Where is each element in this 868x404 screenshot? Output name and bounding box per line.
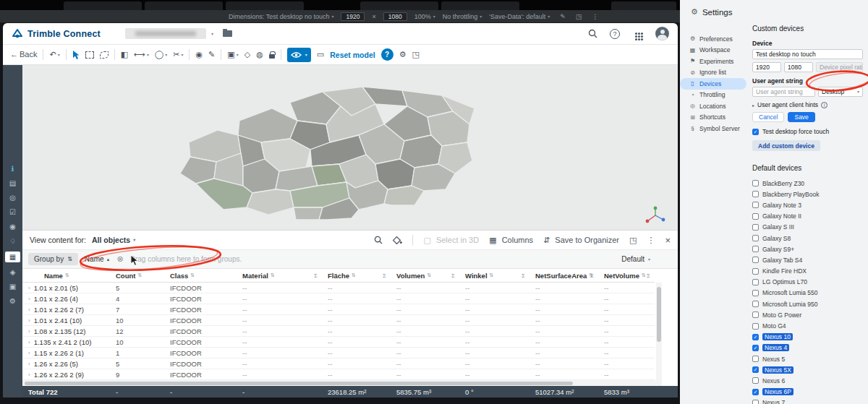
markup-icon[interactable]: ✎: [208, 51, 215, 59]
zoom-select[interactable]: 100% ▾: [414, 13, 435, 20]
lasso-select-icon[interactable]: [100, 51, 109, 59]
paint-bucket-icon[interactable]: [393, 236, 402, 244]
device-checkbox[interactable]: [752, 235, 759, 241]
save-data-select[interactable]: 'Save-Data': default ▾: [489, 13, 550, 20]
preset-select[interactable]: Default ▾: [621, 255, 650, 263]
column-header-winkel[interactable]: Winkel⇅Σ: [459, 272, 529, 280]
device-row-galaxy-s8[interactable]: Galaxy S8: [752, 233, 863, 244]
table-row[interactable]: ›1.08 x 2.135 (12)12IFCDOOR------------: [22, 326, 655, 337]
avatar[interactable]: [655, 27, 669, 40]
settings-nav-workspace[interactable]: ▦Workspace: [680, 45, 746, 56]
project-selector[interactable]: ▾: [125, 28, 232, 39]
todo-icon[interactable]: ☑: [6, 208, 20, 217]
axis-gizmo[interactable]: [643, 205, 668, 225]
remove-sort-icon[interactable]: ⊗: [116, 254, 123, 264]
save-to-organizer-button[interactable]: ⇵ Save to Organizer: [543, 236, 619, 244]
device-row-nexus-6[interactable]: Nexus 6: [752, 375, 863, 386]
browser-tab[interactable]: [226, 1, 304, 10]
column-header-count[interactable]: Count⇅: [110, 272, 164, 280]
table-row[interactable]: ›1.01 x 2.26 2 (7)7IFCDOOR------------: [22, 304, 655, 315]
device-checkbox[interactable]: [752, 311, 759, 318]
device-checkbox[interactable]: [752, 279, 759, 285]
layers-icon[interactable]: ▤: [6, 179, 20, 188]
settings-nav-shortcuts[interactable]: ⊞Shortcuts: [680, 112, 746, 124]
vertical-scrollbar-thumb[interactable]: [657, 287, 661, 342]
vertical-scrollbar[interactable]: [656, 283, 662, 380]
device-checkbox[interactable]: ✓: [752, 334, 759, 340]
shapes-tool[interactable]: ◯ ▾: [155, 51, 167, 59]
table-row[interactable]: ›1.135 x 2.41 2 (10)10IFCDOOR-----------…: [22, 337, 655, 348]
device-dimensions-select[interactable]: Dimensions: Test desktop no touch ▾: [229, 13, 333, 20]
3d-model[interactable]: [145, 66, 507, 229]
info-icon[interactable]: i: [821, 102, 827, 108]
visibility-button[interactable]: ▾: [287, 48, 311, 62]
browser-tab[interactable]: [360, 1, 438, 10]
settings-nav-preferences[interactable]: ⚙Preferences: [680, 33, 746, 45]
device-row-microsoft-lumia-550[interactable]: Microsoft Lumia 550: [752, 288, 863, 298]
browser-tab[interactable]: [145, 1, 223, 10]
device-row-nexus-10[interactable]: ✓Nexus 10: [752, 332, 863, 343]
clip-plane-icon[interactable]: ◧: [121, 51, 128, 59]
models-icon[interactable]: ▣: [6, 283, 20, 291]
3d-viewport[interactable]: [22, 65, 678, 230]
column-header-name[interactable]: Name⇅: [22, 272, 110, 280]
device-checkbox[interactable]: [752, 224, 759, 231]
device-checkbox[interactable]: [752, 180, 759, 186]
device-row-galaxy-note-ii[interactable]: Galaxy Note II: [752, 211, 863, 222]
column-header-volumen[interactable]: Volumen⇅Σ: [391, 272, 459, 280]
app-grid-icon[interactable]: [635, 33, 637, 35]
link-icon[interactable]: ◎: [6, 194, 20, 202]
device-row-galaxy-s-iii[interactable]: Galaxy S III: [752, 222, 863, 233]
device-row-nexus-4[interactable]: ✓Nexus 4: [752, 343, 863, 353]
sort-icon[interactable]: ⇅: [190, 272, 195, 278]
explode-tool[interactable]: ▣ ▾: [227, 51, 238, 59]
device-checkbox[interactable]: [752, 191, 759, 197]
sort-icon[interactable]: ⇅: [490, 272, 494, 278]
device-checkbox[interactable]: [752, 268, 759, 275]
marquee-select-icon[interactable]: [85, 51, 94, 59]
browser-tab[interactable]: [64, 1, 142, 10]
expand-panel-icon[interactable]: ◳: [629, 236, 637, 244]
ua-type-select[interactable]: Desktop ▾: [818, 87, 863, 97]
device-row-nexus-6p[interactable]: ✓Nexus 6P: [752, 387, 863, 397]
settings-nav-throttling[interactable]: ◔Throttling: [680, 90, 746, 101]
table-row[interactable]: ›1.26 x 2.26 2 (9)9IFCDOOR------------: [22, 369, 655, 380]
device-checkbox[interactable]: [752, 400, 759, 404]
info-icon[interactable]: ℹ: [6, 165, 20, 173]
add-custom-device-button[interactable]: Add custom device: [752, 140, 820, 151]
column-header-netvolume[interactable]: NetVolume⇅Σ: [598, 272, 655, 280]
device-row-galaxy-note-3[interactable]: Galaxy Note 3: [752, 199, 863, 210]
select-in-3d-button[interactable]: ▢ Select in 3D: [423, 236, 479, 244]
device-name-input[interactable]: Test desktop no touch: [752, 49, 863, 59]
monitor-icon[interactable]: ▭: [317, 51, 324, 59]
sort-icon[interactable]: ⇅: [642, 272, 646, 278]
measure-tool[interactable]: ⟷ ▾: [134, 51, 149, 59]
table-row[interactable]: ›1.26 x 2.26 (5)5IFCDOOR------------: [22, 358, 655, 369]
back-button[interactable]: ← Back: [10, 51, 37, 59]
settings-nav-symbol-server[interactable]: §Symbol Server: [680, 123, 746, 134]
device-row-moto-g-power[interactable]: Moto G Power: [752, 309, 863, 320]
aggregate-icon[interactable]: Σ: [647, 272, 650, 279]
aggregate-icon[interactable]: Σ: [383, 272, 386, 279]
folder-icon[interactable]: [223, 30, 232, 37]
aggregate-icon[interactable]: Σ: [590, 272, 594, 279]
save-button[interactable]: Save: [788, 112, 814, 122]
device-row-microsoft-lumia-950[interactable]: Microsoft Lumia 950: [752, 298, 863, 309]
settings-nav-devices[interactable]: ▯Devices: [680, 78, 746, 90]
lock-icon[interactable]: [269, 54, 275, 59]
more-options-icon[interactable]: ⋮: [592, 13, 598, 20]
markup-icon[interactable]: ♢: [6, 237, 20, 246]
table-row[interactable]: ›1.01 x 2.41 (10)10IFCDOOR------------: [22, 315, 655, 326]
ghost-mode-icon[interactable]: ◍: [256, 51, 263, 59]
reset-model-link[interactable]: Reset model: [330, 51, 375, 59]
device-checkbox[interactable]: [752, 246, 759, 252]
device-checkbox[interactable]: ✓: [752, 366, 759, 373]
shield-icon[interactable]: ◇: [244, 51, 250, 59]
row-expand-icon[interactable]: ›: [28, 371, 30, 378]
device-checkbox[interactable]: [752, 301, 759, 307]
sorted-column[interactable]: Name ▲: [85, 255, 111, 263]
device-row-nexus-5[interactable]: Nexus 5: [752, 353, 863, 364]
settings-gear-icon[interactable]: ⚙: [399, 51, 407, 59]
browser-tab[interactable]: [441, 1, 519, 10]
expand-icon[interactable]: ◳: [576, 13, 582, 20]
